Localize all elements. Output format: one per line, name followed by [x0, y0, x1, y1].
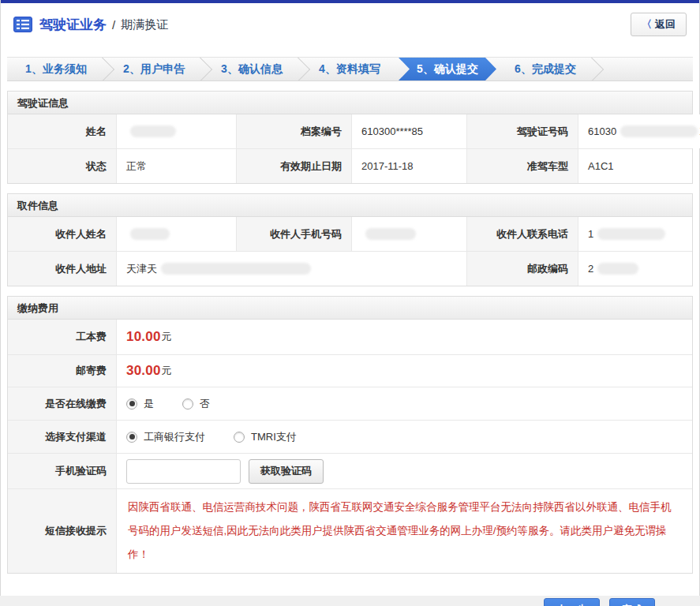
- back-chevron-icon: 〈: [642, 17, 652, 32]
- label-vehicle-class: 准驾车型: [467, 149, 578, 183]
- back-button[interactable]: 〈 返回: [631, 13, 687, 36]
- breadcrumb-separator: /: [112, 18, 115, 32]
- label-postage-fee: 邮寄费: [8, 355, 117, 387]
- label-recipient-name: 收件人姓名: [8, 217, 117, 251]
- step-item-1: 1、业务须知: [7, 58, 105, 80]
- label-recipient-mobile: 收件人手机号码: [237, 217, 352, 251]
- fee-row-production: 工本费 10.00 元: [8, 320, 692, 355]
- online-payment-row: 是否在线缴费 是 否: [8, 387, 692, 421]
- redacted-value: [130, 228, 170, 240]
- step-item-6: 6、完成提交: [496, 58, 594, 80]
- sms-code-input[interactable]: [126, 459, 241, 484]
- postage-fee-unit: 元: [162, 364, 172, 378]
- radio-channel-icbc[interactable]: 工商银行支付: [126, 430, 205, 444]
- step-item-4: 4、资料填写: [301, 58, 399, 80]
- step-nav-filler: [594, 58, 693, 80]
- label-valid-until: 有效期止日期: [237, 149, 352, 183]
- value-name: [117, 114, 237, 148]
- page-title: 驾驶证业务: [39, 16, 107, 34]
- label-license-number: 驾驶证号码: [467, 114, 578, 148]
- section-license-info: 驾驶证信息 姓名 档案编号 610300****85 驾驶证号码 61030X …: [7, 91, 693, 184]
- table-row: 姓名 档案编号 610300****85 驾驶证号码 61030X: [8, 114, 692, 149]
- wizard-step-nav: 1、业务须知 2、用户申告 3、确认信息 4、资料填写 5、确认提交 6、完成提…: [7, 57, 693, 81]
- redacted-value: [597, 263, 638, 275]
- value-status: 正常: [117, 149, 237, 183]
- radio-unselected-icon: [234, 432, 245, 443]
- step-item-5-active: 5、确认提交: [399, 58, 496, 80]
- label-production-fee: 工本费: [8, 320, 117, 354]
- value-production-fee: 10.00 元: [117, 320, 692, 354]
- redacted-value: [597, 228, 665, 240]
- label-file-number: 档案编号: [237, 114, 352, 148]
- production-fee-unit: 元: [162, 330, 172, 344]
- value-license-number: 61030X: [578, 114, 700, 148]
- label-status: 状态: [8, 149, 117, 183]
- radio-selected-icon: [126, 398, 137, 410]
- radio-online-no[interactable]: 否: [182, 397, 210, 411]
- payment-channel-options: 工商银行支付 TMRI支付: [117, 421, 692, 453]
- radio-unselected-icon: [182, 398, 193, 410]
- sms-code-controls: 获取验证码: [117, 454, 692, 488]
- label-online-payment: 是否在线缴费: [8, 387, 117, 420]
- radio-channel-icbc-label: 工商银行支付: [144, 430, 205, 444]
- value-recipient-address: 天津天: [117, 252, 467, 286]
- table-row: 状态 正常 有效期止日期 2017-11-18 准驾车型 A1C1: [8, 149, 692, 183]
- label-payment-channel: 选择支付渠道: [8, 421, 117, 453]
- value-recipient-phone: 1: [578, 217, 692, 251]
- radio-channel-tmri[interactable]: TMRI支付: [234, 430, 297, 444]
- radio-online-no-label: 否: [200, 397, 210, 411]
- finish-button[interactable]: 完成: [609, 598, 655, 606]
- step-item-3: 3、确认信息: [203, 58, 301, 80]
- redacted-value: [130, 125, 176, 137]
- page-subtitle: 期满换证: [121, 17, 168, 32]
- section-pickup-info: 取件信息 收件人姓名 收件人手机号码 收件人联系电话 1 收件人地址 天津天 邮…: [7, 193, 693, 286]
- production-fee-amount: 10.00: [126, 329, 161, 345]
- label-postal-code: 邮政编码: [467, 252, 578, 286]
- sms-notice-row: 短信接收提示 因陕西省联通、电信运营商技术问题，陕西省互联网交通安全综合服务管理…: [8, 489, 692, 573]
- label-recipient-phone: 收件人联系电话: [467, 217, 578, 251]
- redacted-value: [161, 263, 311, 275]
- step-item-2: 2、用户申告: [105, 58, 203, 80]
- value-postal-code: 2: [578, 252, 692, 286]
- postage-fee-amount: 30.00: [126, 363, 161, 379]
- document-list-icon: [13, 17, 32, 32]
- label-recipient-address: 收件人地址: [8, 252, 117, 286]
- sms-code-row: 手机验证码 获取验证码: [8, 454, 692, 489]
- fee-row-postage: 邮寄费 30.00 元: [8, 355, 692, 387]
- label-sms-code: 手机验证码: [8, 454, 117, 488]
- page: 驾驶证业务 / 期满换证 〈 返回 1、业务须知 2、用户申告 3、确认信息 4…: [0, 0, 700, 596]
- label-name: 姓名: [8, 114, 117, 148]
- get-code-button[interactable]: 获取验证码: [249, 459, 324, 484]
- radio-selected-icon: [126, 432, 137, 443]
- section-pickup-title: 取件信息: [8, 194, 692, 217]
- value-valid-until: 2017-11-18: [352, 149, 467, 183]
- back-button-label: 返回: [655, 17, 676, 32]
- sms-notice-text: 因陕西省联通、电信运营商技术问题，陕西省互联网交通安全综合服务管理平台无法向持陕…: [117, 489, 692, 573]
- redacted-value: [620, 125, 698, 137]
- table-row: 收件人姓名 收件人手机号码 收件人联系电话 1: [8, 217, 692, 252]
- radio-online-yes[interactable]: 是: [126, 397, 154, 411]
- section-license-title: 驾驶证信息: [8, 92, 692, 114]
- label-sms-notice: 短信接收提示: [8, 489, 117, 573]
- redacted-value: [365, 228, 416, 240]
- footer-actions: 上一步 完成: [1, 574, 699, 606]
- value-recipient-name: [117, 217, 237, 251]
- previous-step-button[interactable]: 上一步: [544, 598, 600, 606]
- section-payment-fees: 缴纳费用 工本费 10.00 元 邮寄费 30.00 元 是否在线缴费 是: [7, 296, 693, 574]
- table-row: 收件人地址 天津天 邮政编码 2: [8, 252, 692, 286]
- radio-channel-tmri-label: TMRI支付: [251, 430, 297, 444]
- section-payment-title: 缴纳费用: [8, 297, 692, 320]
- online-payment-options: 是 否: [117, 387, 692, 420]
- value-postage-fee: 30.00 元: [117, 355, 692, 387]
- value-file-number: 610300****85: [352, 114, 467, 148]
- value-vehicle-class: A1C1: [578, 149, 692, 183]
- payment-channel-row: 选择支付渠道 工商银行支付 TMRI支付: [8, 421, 692, 454]
- value-recipient-mobile: [352, 217, 467, 251]
- radio-online-yes-label: 是: [144, 397, 154, 411]
- page-header: 驾驶证业务 / 期满换证 〈 返回: [1, 3, 699, 46]
